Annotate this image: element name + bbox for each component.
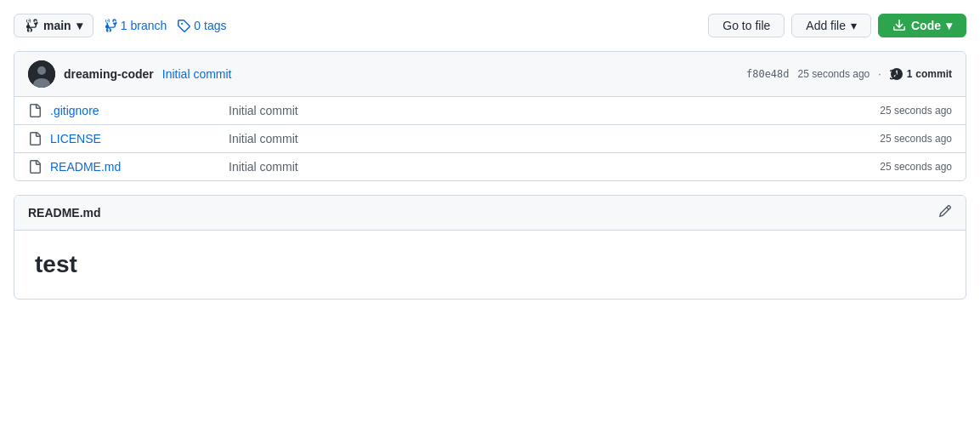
commit-hash[interactable]: f80e48d [746, 68, 790, 80]
branches-link[interactable]: 1 branch [104, 19, 167, 32]
file-icon [28, 104, 42, 117]
commits-number: 1 [907, 68, 913, 80]
download-icon [892, 19, 906, 32]
separator: · [878, 68, 881, 80]
branch-icon [25, 19, 38, 32]
branches-label: branch [130, 19, 167, 32]
commit-time: 25 seconds ago [798, 68, 870, 80]
file-time: 25 seconds ago [880, 133, 952, 145]
commit-message-link[interactable]: Initial commit [162, 67, 232, 81]
commit-author[interactable]: dreaming-coder [64, 67, 154, 81]
file-name[interactable]: .gitignore [50, 104, 220, 117]
file-commit-message[interactable]: Initial commit [229, 132, 871, 145]
file-time: 25 seconds ago [880, 161, 952, 173]
file-row: LICENSE Initial commit 25 seconds ago [14, 125, 966, 153]
readme-heading: test [35, 251, 945, 278]
code-button[interactable]: Code ▾ [878, 14, 966, 37]
add-file-dropdown-icon: ▾ [851, 19, 857, 32]
file-name[interactable]: LICENSE [50, 132, 220, 145]
commits-label: commit [915, 68, 952, 80]
repo-file-box: dreaming-coder Initial commit f80e48d 25… [14, 51, 966, 181]
go-to-file-label: Go to file [722, 19, 770, 32]
toolbar: main ▾ 1 branch 0 tags Go to file Add fi… [14, 14, 966, 37]
branch-count-icon [104, 19, 117, 32]
file-icon [28, 160, 42, 174]
avatar [28, 60, 55, 88]
add-file-label: Add file [806, 19, 846, 32]
branches-count: 1 [121, 19, 127, 32]
svg-point-1 [37, 66, 46, 75]
file-commit-message[interactable]: Initial commit [229, 104, 871, 117]
avatar-image [28, 60, 55, 88]
commit-header: dreaming-coder Initial commit f80e48d 25… [14, 52, 966, 97]
commit-meta: f80e48d 25 seconds ago · 1 commit [746, 67, 952, 81]
go-to-file-button[interactable]: Go to file [708, 14, 785, 37]
file-time: 25 seconds ago [880, 105, 952, 117]
readme-title: README.md [28, 206, 101, 220]
history-icon [890, 67, 904, 81]
readme-box: README.md test [14, 195, 966, 300]
branch-name: main [43, 19, 71, 32]
code-dropdown-icon: ▾ [946, 19, 952, 32]
file-name[interactable]: README.md [50, 160, 220, 174]
tags-count: 0 [194, 19, 201, 32]
file-icon [28, 132, 42, 145]
edit-icon[interactable] [938, 204, 952, 221]
readme-header: README.md [14, 196, 966, 231]
commits-count-link[interactable]: 1 commit [890, 67, 952, 81]
branch-selector[interactable]: main ▾ [14, 14, 93, 37]
toolbar-left: main ▾ 1 branch 0 tags [14, 14, 698, 37]
readme-content: test [14, 231, 966, 299]
file-row: .gitignore Initial commit 25 seconds ago [14, 97, 966, 125]
tags-label: tags [204, 19, 226, 32]
branch-dropdown-icon: ▾ [76, 19, 82, 32]
file-commit-message[interactable]: Initial commit [229, 160, 871, 174]
add-file-button[interactable]: Add file ▾ [791, 14, 871, 37]
tag-icon [177, 19, 190, 32]
tags-link[interactable]: 0 tags [177, 19, 226, 32]
code-label: Code [911, 19, 941, 32]
file-row: README.md Initial commit 25 seconds ago [14, 153, 966, 180]
toolbar-right: Go to file Add file ▾ Code ▾ [708, 14, 966, 37]
